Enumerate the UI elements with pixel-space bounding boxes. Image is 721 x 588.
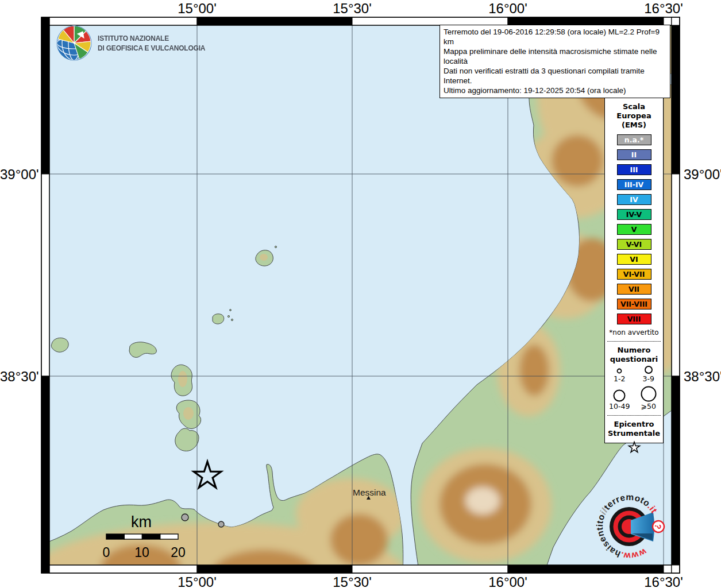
ems-swatch-viii: VIII — [617, 314, 651, 324]
island-alicudi — [51, 338, 68, 352]
axis-label-lon: 15°30' — [312, 574, 392, 588]
circle-size-icon — [643, 365, 654, 374]
circle-size-icon — [615, 366, 623, 374]
axis-label-lon: 15°30' — [312, 1, 392, 17]
event-info-line3: Dati non verificati estratti da 3 questi… — [444, 66, 666, 86]
axis-label-lon: 15°00' — [157, 574, 237, 588]
questionnaire-class-label: 10-49 — [609, 402, 630, 411]
event-info-line2: Mappa preliminare delle intensità macros… — [444, 47, 666, 66]
axis-label-lon: 16°30' — [623, 574, 704, 588]
axis-label-lat: 38°30' — [0, 369, 37, 385]
locality-circle — [218, 521, 224, 527]
ems-swatch-iii: III — [617, 164, 651, 175]
axis-label-lat: 38°30' — [684, 369, 721, 385]
ems-scale: n.a.* II III III-IV IV IV-V V V-VI VI VI… — [605, 134, 663, 324]
ems-swatch-vi-vii: VI-VII — [617, 269, 651, 280]
city-label: Messina — [353, 488, 386, 497]
ems-swatch-iv: IV — [617, 194, 651, 205]
axis-label-lon: 16°00' — [468, 574, 548, 588]
ems-swatch-v-vi: V-VI — [617, 239, 651, 250]
ems-swatch-ii: II — [617, 149, 651, 160]
ems-swatch-iii-iv: III-IV — [617, 179, 651, 190]
legend-title-line2: Europea — [605, 111, 663, 121]
locality-circle — [182, 514, 188, 521]
legend-title-line1: Scala — [605, 102, 663, 111]
ems-swatch-vi: VI — [617, 254, 651, 265]
legend-divider — [607, 415, 661, 416]
event-info-line1: Terremoto del 19-06-2016 12:29:58 (ora l… — [444, 27, 666, 47]
axis-label-lon: 16°00' — [468, 1, 548, 17]
scalebar-tick-0: 0 — [103, 545, 110, 560]
scalebar-tick-20: 20 — [171, 545, 186, 560]
event-info-line4: Ultimo aggiornamento: 19-12-2025 20:54 (… — [444, 86, 666, 95]
haisentito-logo: ? www.haisentitoilterremoto.it — [595, 484, 692, 570]
ingv-logo: ISTITUTO NAZIONALE DI GEOFISICA E VULCAN… — [56, 25, 215, 61]
legend-divider — [607, 341, 661, 342]
circle-size-icon — [640, 385, 657, 402]
questionnaire-classes: 1-2 3-9 10-49 ⩾50 — [605, 365, 663, 411]
axis-label-lon: 15°00' — [157, 1, 237, 17]
scalebar-unit: km — [131, 513, 152, 531]
ingv-name-line2: DI GEOFISICA E VULCANOLOGIA — [98, 43, 205, 53]
questionnaire-class-label: ⩾50 — [641, 402, 656, 411]
ems-swatch-vii: VII — [617, 284, 651, 295]
questionnaire-title-line2: questionari — [605, 355, 663, 364]
epicenter-title-line1: Epicentro — [605, 420, 663, 429]
island-panarea — [213, 314, 224, 324]
scalebar-tick-10: 10 — [134, 545, 149, 560]
axis-label-lat: 39°00' — [684, 167, 721, 183]
questionnaire-class-label: 1-2 — [614, 374, 625, 383]
epicenter-title-line2: Strumentale — [605, 429, 663, 438]
circle-size-icon — [612, 389, 626, 402]
axis-label-lon: 16°30' — [623, 1, 704, 17]
ingv-globe-icon — [56, 25, 92, 61]
axis-label-lat: 39°00' — [0, 167, 37, 183]
ems-swatch-v: V — [617, 224, 651, 235]
ems-swatch-iv-v: IV-V — [617, 209, 651, 220]
legend-title-line3: (EMS) — [605, 121, 663, 130]
ems-swatch-vii-viii: VII-VIII — [617, 299, 651, 310]
legend-panel: Scala Europea (EMS) n.a.* II III III-IV … — [604, 98, 664, 443]
legend-footnote: *non avvertito — [605, 328, 663, 336]
event-info-box: Terremoto del 19-06-2016 12:29:58 (ora l… — [439, 25, 670, 98]
islet-strombolicchio — [275, 246, 276, 247]
ingv-name-line1: ISTITUTO NAZIONALE — [98, 33, 205, 43]
questionnaire-title-line1: Numero — [605, 346, 663, 355]
macroseismic-map-page: Messina km 0 10 20 — [0, 0, 721, 588]
epicenter-star-legend-icon — [627, 440, 641, 454]
questionnaire-class-label: 3-9 — [643, 374, 654, 383]
ems-swatch-na: n.a.* — [617, 134, 651, 145]
